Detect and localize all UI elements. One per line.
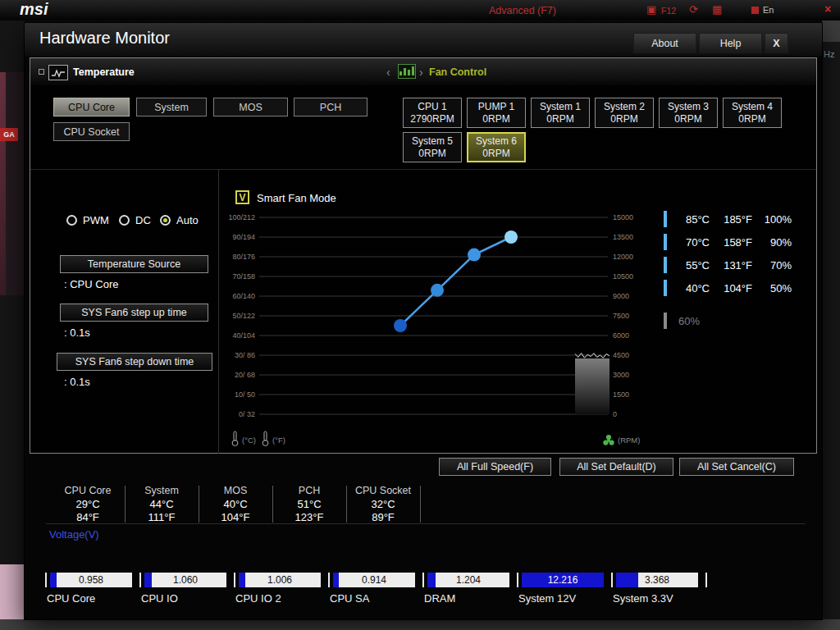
legend-percent: 50% xyxy=(752,282,792,294)
voltage-value: 0.914 xyxy=(333,573,415,587)
fan-curve-point-1[interactable] xyxy=(394,319,407,332)
voltage-bar-system-3-3v: 3.368 xyxy=(616,573,698,587)
voltage-tick xyxy=(422,573,424,587)
language-label[interactable]: En xyxy=(763,5,774,15)
legend-row-55-c: 55°C131°F70% xyxy=(664,257,792,273)
fan-rpm: 0RPM xyxy=(546,113,573,126)
voltage-label-system-3-3v: System 3.3V xyxy=(613,592,673,605)
legend-percent: 90% xyxy=(752,236,792,249)
fan-button-system-5[interactable]: System 50RPM xyxy=(403,132,462,162)
about-button[interactable]: About xyxy=(633,33,696,53)
temperature-title: Temperature xyxy=(73,66,135,78)
temp-tab-cpu-core[interactable]: CPU Core xyxy=(53,98,130,116)
smart-fan-checkbox[interactable]: V xyxy=(235,190,249,204)
top-bar: msi Advanced (F7) ▣ F12 ⟳ ▦ En × xyxy=(0,0,840,21)
voltage-tick-end xyxy=(705,573,707,587)
temp-tab-mos[interactable]: MOS xyxy=(213,98,288,116)
fan-rpm: 2790RPM xyxy=(410,113,454,126)
readout-divider xyxy=(420,486,421,523)
step-down-time-button[interactable]: SYS Fan6 step down time xyxy=(57,353,212,371)
action-all-set-cancel-c[interactable]: All Set Cancel(C) xyxy=(679,458,794,476)
readout-fahrenheit: 89°F xyxy=(346,511,420,524)
readout-system: System44°C111°F xyxy=(125,484,199,524)
fan-curve-point-2[interactable] xyxy=(431,284,444,297)
readout-fahrenheit: 111°F xyxy=(125,511,199,524)
right-axis-tick: 12000 xyxy=(613,253,633,261)
close-button[interactable]: X xyxy=(765,33,788,53)
legend-bar xyxy=(664,280,667,296)
temp-tab-cpu-socket[interactable]: CPU Socket xyxy=(53,122,130,141)
mode-radio-auto[interactable]: Auto xyxy=(160,214,199,226)
temp-tab-system[interactable]: System xyxy=(136,98,207,116)
celsius-unit-label: (°C) xyxy=(242,436,256,445)
legend-bar xyxy=(664,211,667,227)
right-axis-tick: 0 xyxy=(613,410,617,418)
legend-fahrenheit: 185°F xyxy=(710,213,752,226)
legend-celsius: 70°C xyxy=(675,236,710,249)
language-icon xyxy=(751,7,759,14)
voltage-value: 3.368 xyxy=(616,573,698,587)
voltage-bar-cpu-io-2: 1.006 xyxy=(239,573,321,587)
left-axis-tick: 60/140 xyxy=(232,292,255,300)
fan-button-system-6[interactable]: System 60RPM xyxy=(467,132,526,162)
fan-button-cpu-1[interactable]: CPU 12790RPM xyxy=(403,98,462,128)
bios-close-icon[interactable]: × xyxy=(824,2,831,16)
mode-radio-pwm[interactable]: PWM xyxy=(66,214,109,226)
f12-label[interactable]: F12 xyxy=(661,6,676,16)
screenshot-icon[interactable]: ▣ xyxy=(646,3,656,16)
help-button[interactable]: Help xyxy=(699,33,762,53)
voltage-bar-cpu-sa: 0.914 xyxy=(333,573,415,587)
voltage-value: 12.216 xyxy=(522,573,604,587)
grid-icon[interactable]: ▦ xyxy=(712,3,722,16)
left-axis-tick: 70/158 xyxy=(232,272,255,281)
fan-rpm: 0RPM xyxy=(482,148,509,160)
temperature-icon xyxy=(48,65,68,80)
fan-curve-point-4[interactable] xyxy=(504,231,518,244)
fan-name: System 1 xyxy=(540,101,581,113)
background-bottom-strip xyxy=(0,619,840,630)
legend-celsius: 55°C xyxy=(675,259,710,272)
legend-fahrenheit: 131°F xyxy=(710,259,752,272)
left-axis-tick: 40/104 xyxy=(232,331,255,340)
fan-button-system-2[interactable]: System 20RPM xyxy=(595,98,654,128)
mode-radio-dc[interactable]: DC xyxy=(119,214,151,226)
readout-cpu-core: CPU Core29°C84°F xyxy=(51,484,125,524)
fan-curve-point-3[interactable] xyxy=(468,249,481,262)
legend-row-70-c: 70°C158°F90% xyxy=(664,234,792,250)
step-up-time-value: : 0.1s xyxy=(64,326,90,339)
readout-name: MOS xyxy=(199,484,272,498)
fan-rpm: 0RPM xyxy=(482,113,509,126)
divider xyxy=(218,170,219,454)
legend-row-40-c: 40°C104°F50% xyxy=(664,280,792,296)
action-all-full-speed-f[interactable]: All Full Speed(F) xyxy=(439,458,551,476)
voltage-label-cpu-core: CPU Core xyxy=(47,592,95,605)
voltage-tick xyxy=(328,573,330,587)
fan-prev-icon[interactable]: ‹ xyxy=(386,66,390,79)
voltage-value: 1.204 xyxy=(427,573,509,587)
voltage-bar-system-12v: 12.216 xyxy=(522,573,604,587)
step-down-time-value: : 0.1s xyxy=(64,376,90,388)
temp-tab-pch[interactable]: PCH xyxy=(294,98,368,116)
refresh-icon[interactable]: ⟳ xyxy=(689,3,698,16)
voltage-label-cpu-io-2: CPU IO 2 xyxy=(235,592,281,605)
fan-name: System 6 xyxy=(476,135,517,148)
readout-celsius: 32°C xyxy=(346,498,420,511)
fan-next-icon[interactable]: › xyxy=(419,66,423,79)
smart-fan-label: Smart Fan Mode xyxy=(257,192,336,204)
current-duty-row: 60% xyxy=(664,313,700,329)
fan-button-pump-1[interactable]: PUMP 10RPM xyxy=(467,98,526,128)
fan-rpm: 0RPM xyxy=(610,113,637,126)
step-up-time-button[interactable]: SYS Fan6 step up time xyxy=(60,304,208,322)
temperature-source-button[interactable]: Temperature Source xyxy=(60,255,208,273)
advanced-mode-label: Advanced (F7) xyxy=(489,5,556,16)
fan-rpm: 0RPM xyxy=(418,148,445,160)
readout-pch: PCH51°C123°F xyxy=(272,484,346,524)
readout-name: CPU Socket xyxy=(346,484,420,498)
voltage-tick xyxy=(45,573,47,587)
fan-button-system-1[interactable]: System 10RPM xyxy=(531,98,590,128)
radio-label: DC xyxy=(135,214,151,226)
action-all-set-default-d[interactable]: All Set Default(D) xyxy=(559,458,673,476)
radio-label: Auto xyxy=(176,214,199,226)
legend-percent: 70% xyxy=(752,259,792,272)
fan-name: System 2 xyxy=(604,101,645,113)
